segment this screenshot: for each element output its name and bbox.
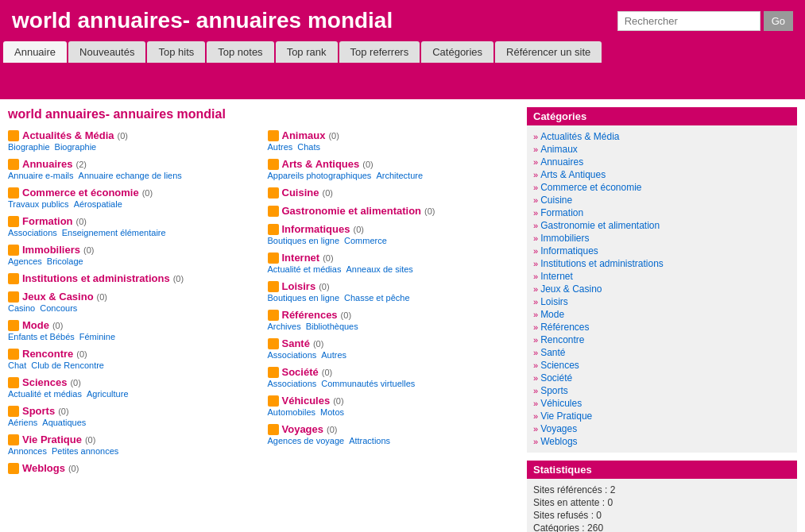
cat-link[interactable]: Aérospatiale — [74, 199, 122, 209]
search-button[interactable]: Go — [764, 11, 793, 31]
cat-title-link[interactable]: Annuaires — [22, 158, 73, 170]
cat-list-link[interactable]: Institutions et administrations — [540, 258, 664, 269]
cat-list-link[interactable]: Gastronomie et alimentation — [540, 220, 660, 231]
cat-title-link[interactable]: Rencontre — [22, 348, 73, 360]
cat-link[interactable]: Commerce — [344, 236, 387, 245]
cat-title-link[interactable]: Arts & Antiques — [282, 158, 360, 170]
cat-link[interactable]: Agences — [8, 256, 42, 266]
cat-title-link[interactable]: Société — [282, 366, 319, 378]
cat-link[interactable]: Club de Rencontre — [31, 360, 104, 370]
cat-link[interactable]: Biographie — [55, 142, 97, 152]
cat-list-link[interactable]: Informatiques — [540, 245, 598, 256]
cat-list-link[interactable]: Vie Pratique — [540, 411, 592, 422]
cat-title-link[interactable]: Formation — [22, 215, 73, 227]
cat-title-link[interactable]: Loisirs — [282, 280, 316, 292]
cat-link[interactable]: Communautés virtuelles — [321, 379, 415, 388]
cat-list-link[interactable]: Formation — [540, 207, 583, 218]
cat-link[interactable]: Bibliothèques — [306, 322, 358, 331]
cat-list-link[interactable]: Annuaires — [540, 156, 583, 168]
cat-title-link[interactable]: Institutions et administrations — [22, 272, 170, 284]
cat-link[interactable]: Chat — [8, 360, 26, 370]
cat-link[interactable]: Archives — [268, 322, 301, 331]
cat-list-link[interactable]: Sciences — [540, 360, 579, 371]
cat-list-link[interactable]: Santé — [540, 347, 565, 358]
cat-title-link[interactable]: Cuisine — [282, 187, 319, 199]
cat-link[interactable]: Actualité et médias — [268, 264, 342, 274]
cat-title-link[interactable]: Informatiques — [282, 223, 350, 235]
cat-list-link[interactable]: Weblogs — [540, 436, 577, 447]
cat-list-link[interactable]: Voyages — [540, 423, 577, 434]
cat-link[interactable]: Féminine — [79, 332, 115, 341]
cat-link[interactable]: Enfants et Bébés — [8, 332, 75, 341]
cat-link[interactable]: Attractions — [349, 436, 390, 445]
cat-link[interactable]: Annuaire e-mails — [8, 171, 74, 180]
cat-link[interactable]: Casino — [8, 303, 35, 313]
nav-item-top-rank[interactable]: Top rank — [276, 41, 338, 63]
cat-title-link[interactable]: Sports — [22, 405, 55, 417]
cat-link[interactable]: Aériens — [8, 418, 37, 427]
cat-list-link[interactable]: Animaux — [540, 144, 578, 155]
cat-link[interactable]: Anneaux de sites — [346, 264, 412, 274]
cat-link[interactable]: Associations — [268, 379, 317, 388]
cat-link[interactable]: Agences de voyage — [268, 436, 345, 445]
cat-title-link[interactable]: Actualités & Média — [22, 129, 114, 141]
cat-list-link[interactable]: Références — [540, 322, 589, 333]
cat-title-link[interactable]: Sciences — [22, 376, 67, 388]
cat-link[interactable]: Autres — [321, 350, 346, 360]
cat-link[interactable]: Autres — [268, 142, 293, 152]
cat-link[interactable]: Chats — [297, 142, 320, 152]
cat-link[interactable]: Enseignement élémentaire — [62, 228, 166, 237]
cat-link[interactable]: Associations — [8, 228, 57, 237]
nav-item-annuaire[interactable]: Annuaire — [3, 41, 67, 63]
cat-link[interactable]: Associations — [268, 350, 317, 360]
cat-link[interactable]: Actualité et médias — [8, 389, 82, 399]
cat-link[interactable]: Appareils photographiques — [268, 171, 372, 180]
cat-title-link[interactable]: Véhicules — [282, 395, 331, 407]
cat-link[interactable]: Boutiques en ligne — [268, 293, 340, 303]
cat-list-link[interactable]: Cuisine — [540, 195, 572, 206]
cat-list-link[interactable]: Mode — [540, 309, 564, 320]
cat-title-link[interactable]: Internet — [282, 252, 320, 264]
cat-title-link[interactable]: Immobiliers — [22, 244, 80, 256]
cat-title-link[interactable]: Références — [282, 309, 338, 321]
nav-item-référencer-un-site[interactable]: Référencer un site — [495, 41, 602, 63]
nav-item-top-hits[interactable]: Top hits — [147, 41, 205, 63]
nav-item-top-referrers[interactable]: Top referrers — [339, 41, 420, 63]
cat-link[interactable]: Concours — [40, 303, 77, 313]
cat-list-link[interactable]: Rencontre — [540, 334, 584, 345]
cat-link[interactable]: Agriculture — [87, 389, 129, 399]
cat-link[interactable]: Boutiques en ligne — [268, 236, 340, 245]
cat-title-link[interactable]: Voyages — [282, 423, 324, 435]
cat-title-link[interactable]: Vie Pratique — [22, 434, 82, 445]
cat-list-link[interactable]: Internet — [540, 271, 573, 282]
cat-title-link[interactable]: Animaux — [282, 129, 326, 141]
cat-link[interactable]: Petites annonces — [52, 446, 118, 456]
cat-list-link[interactable]: Jeux & Casino — [540, 283, 602, 295]
cat-title-link[interactable]: Santé — [282, 337, 310, 349]
cat-title-link[interactable]: Weblogs — [22, 462, 65, 474]
cat-link[interactable]: Annuaire echange de liens — [79, 171, 182, 180]
nav-item-top-notes[interactable]: Top notes — [207, 41, 273, 63]
cat-link[interactable]: Annonces — [8, 446, 47, 456]
cat-list-link[interactable]: Véhicules — [540, 398, 582, 409]
cat-title-link[interactable]: Commerce et économie — [22, 187, 139, 199]
cat-link[interactable]: Motos — [320, 407, 344, 417]
cat-title-link[interactable]: Mode — [22, 319, 49, 331]
cat-list-link[interactable]: Arts & Antiques — [540, 169, 606, 180]
nav-item-nouveautés[interactable]: Nouveautés — [68, 41, 145, 63]
cat-list-link[interactable]: Commerce et économie — [540, 182, 641, 193]
cat-title-link[interactable]: Jeux & Casino — [22, 291, 94, 303]
cat-link[interactable]: Automobiles — [268, 407, 316, 417]
nav-item-catégories[interactable]: Catégories — [421, 41, 493, 63]
cat-link[interactable]: Travaux publics — [8, 199, 69, 209]
cat-link[interactable]: Architecture — [376, 171, 423, 180]
cat-list-link[interactable]: Sports — [540, 385, 568, 396]
search-input[interactable] — [617, 11, 760, 31]
cat-link[interactable]: Biographie — [8, 142, 50, 152]
cat-link[interactable]: Bricolage — [47, 256, 83, 266]
cat-link[interactable]: Aquatiques — [42, 418, 86, 427]
cat-list-link[interactable]: Loisirs — [540, 296, 568, 307]
cat-list-link[interactable]: Immobiliers — [540, 233, 589, 244]
cat-list-link[interactable]: Société — [540, 372, 572, 384]
cat-link[interactable]: Chasse et pêche — [344, 293, 410, 303]
